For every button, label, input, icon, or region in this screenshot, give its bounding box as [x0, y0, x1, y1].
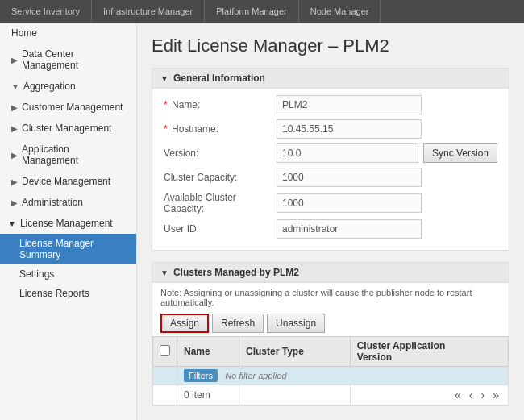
arrow-icon: ▶: [11, 177, 18, 186]
clusters-table: Name Cluster Type Cluster ApplicationVer…: [152, 336, 509, 405]
collapse-icon: ▼: [160, 268, 168, 277]
cluster-capacity-input[interactable]: [277, 168, 422, 187]
clusters-section: ▼ Clusters Managed by PLM2 Note: Assigni…: [152, 262, 509, 406]
available-cluster-capacity-row: Available Cluster Capacity:: [164, 192, 497, 214]
select-all-header: [153, 337, 177, 367]
aggregation-label: Aggregation: [23, 81, 76, 92]
clusters-section-header: ▼ Clusters Managed by PLM2: [152, 263, 509, 283]
sidebar-item-app-mgmt[interactable]: ▶ Application Management: [0, 139, 136, 171]
arrow-icon: ▶: [11, 198, 18, 207]
available-cluster-capacity-input[interactable]: [277, 193, 422, 213]
page-title: Edit License Manager – PLM2: [152, 35, 509, 56]
sidebar: Home ▶ Data Center Management ▼ Aggregat…: [0, 23, 137, 420]
name-input[interactable]: [277, 95, 422, 114]
sidebar-item-customer-mgmt[interactable]: ▶ Customer Management: [0, 97, 136, 118]
cluster-capacity-row: Cluster Capacity:: [164, 168, 497, 187]
administration-label: Administration: [22, 197, 83, 208]
sidebar-item-administration[interactable]: ▶ Administration: [0, 192, 136, 213]
hostname-input[interactable]: [277, 119, 422, 139]
user-id-row: User ID:: [164, 219, 497, 239]
name-row: * Name:: [164, 95, 497, 114]
hostname-label: * Hostname:: [164, 123, 277, 135]
license-summary-label: License Manager Summary: [19, 238, 94, 260]
arrow-icon: ▶: [11, 103, 18, 112]
tab-platform-manager[interactable]: Platform Manager: [205, 0, 298, 23]
collapse-icon: ▼: [160, 74, 168, 83]
assign-button[interactable]: Assign: [160, 314, 209, 333]
user-id-input[interactable]: [277, 219, 422, 239]
general-info-form: * Name: * Hostname: Version:: [152, 89, 509, 250]
version-input[interactable]: [277, 143, 418, 163]
no-filter-text: No filter applied: [225, 371, 286, 380]
sidebar-item-cluster-mgmt[interactable]: ▶ Cluster Management: [0, 118, 136, 139]
tab-node-manager[interactable]: Node Manager: [299, 0, 381, 23]
general-info-header: ▼ General Information: [152, 69, 509, 89]
filters-badge[interactable]: Filters: [184, 369, 218, 382]
sidebar-item-device-mgmt[interactable]: ▶ Device Management: [0, 171, 136, 192]
next-page-button[interactable]: ›: [479, 389, 488, 401]
refresh-button[interactable]: Refresh: [212, 314, 264, 333]
sidebar-item-license-mgmt[interactable]: ▼ License Management: [0, 213, 136, 234]
settings-label: Settings: [19, 268, 54, 280]
prev-page-button[interactable]: ‹: [467, 389, 476, 401]
arrow-icon: ▼: [8, 219, 16, 228]
main-content: Edit License Manager – PLM2 ▼ General In…: [137, 23, 524, 420]
sync-version-button[interactable]: Sync Version: [423, 143, 497, 163]
sidebar-item-home[interactable]: Home: [0, 23, 136, 44]
sidebar-item-data-center[interactable]: ▶ Data Center Management: [0, 44, 136, 76]
data-center-label: Data Center Management: [22, 48, 128, 71]
tab-service-inventory[interactable]: Service Inventory: [0, 0, 92, 23]
version-label: Version:: [164, 148, 277, 159]
name-column-header: Name: [177, 337, 239, 367]
hostname-row: * Hostname:: [164, 119, 497, 139]
device-mgmt-label: Device Management: [22, 176, 110, 187]
tab-infrastructure-manager[interactable]: Infrastructure Manager: [92, 0, 205, 23]
pagination: « ‹ › »: [357, 389, 501, 401]
top-nav: Service Inventory Infrastructure Manager…: [0, 0, 524, 23]
home-label: Home: [11, 27, 37, 39]
unassign-button[interactable]: Unassign: [267, 314, 325, 333]
sidebar-subitem-license-reports[interactable]: License Reports: [0, 284, 136, 303]
cluster-app-version-column-header: Cluster ApplicationVersion: [350, 337, 508, 367]
sidebar-subitem-settings[interactable]: Settings: [0, 264, 136, 284]
sidebar-subitem-license-summary[interactable]: License Manager Summary: [0, 234, 136, 264]
layout: Home ▶ Data Center Management ▼ Aggregat…: [0, 23, 524, 420]
cluster-capacity-label: Cluster Capacity:: [164, 172, 277, 183]
arrow-icon: ▶: [11, 124, 18, 133]
item-count-row: 0 item « ‹ › »: [153, 385, 509, 405]
available-cluster-capacity-label: Available Cluster Capacity:: [164, 192, 277, 214]
clusters-title: Clusters Managed by PLM2: [173, 267, 299, 278]
select-all-checkbox[interactable]: [160, 345, 170, 356]
general-info-title: General Information: [173, 73, 265, 84]
general-info-section: ▼ General Information * Name: * Hostname…: [152, 68, 509, 251]
arrow-icon: ▶: [11, 56, 18, 64]
cluster-type-column-header: Cluster Type: [239, 337, 351, 367]
user-id-label: User ID:: [164, 223, 277, 235]
app-mgmt-label: Application Management: [22, 143, 128, 166]
customer-mgmt-label: Customer Management: [22, 102, 123, 113]
arrow-icon: ▶: [11, 151, 18, 160]
arrow-icon: ▼: [11, 82, 19, 91]
sidebar-item-aggregation[interactable]: ▼ Aggregation: [0, 76, 136, 97]
clusters-note: Note: Assigning or unassigning a cluster…: [152, 283, 509, 310]
license-reports-label: License Reports: [19, 288, 89, 299]
last-page-button[interactable]: »: [490, 389, 501, 401]
license-mgmt-label: License Management: [20, 218, 113, 229]
clusters-toolbar: Assign Refresh Unassign: [152, 310, 509, 336]
filter-row: Filters No filter applied: [153, 367, 509, 385]
cluster-mgmt-label: Cluster Management: [22, 123, 111, 134]
version-row: Version: Sync Version: [164, 143, 497, 163]
item-count: 0 item: [177, 385, 239, 405]
name-label: * Name:: [164, 99, 277, 110]
first-page-button[interactable]: «: [452, 389, 464, 401]
